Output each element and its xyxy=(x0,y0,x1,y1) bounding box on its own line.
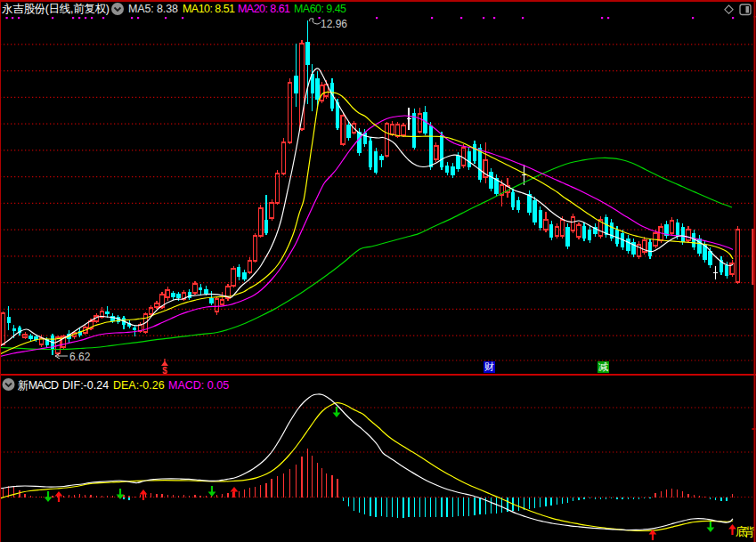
svg-text:DEA:-0.26: DEA:-0.26 xyxy=(113,379,165,392)
svg-text:底背: 底背 xyxy=(736,525,755,538)
svg-text:MA10: 8.51: MA10: 8.51 xyxy=(183,3,235,15)
svg-text:DIF:-0.24: DIF:-0.24 xyxy=(62,379,109,392)
svg-text:MA5: 8.38: MA5: 8.38 xyxy=(128,3,178,15)
svg-text:永吉股份(日线,前复权): 永吉股份(日线,前复权) xyxy=(2,3,110,15)
svg-text:6.62: 6.62 xyxy=(69,351,91,363)
svg-text:12.96: 12.96 xyxy=(321,18,347,30)
svg-text:财: 财 xyxy=(484,361,494,372)
svg-text:MA20: 8.61: MA20: 8.61 xyxy=(238,3,290,15)
svg-text:减: 减 xyxy=(598,361,608,372)
svg-text:新MACD: 新MACD xyxy=(18,379,59,392)
svg-text:MA60: 9.45: MA60: 9.45 xyxy=(294,3,346,15)
svg-text:MACD: 0.05: MACD: 0.05 xyxy=(168,379,229,392)
